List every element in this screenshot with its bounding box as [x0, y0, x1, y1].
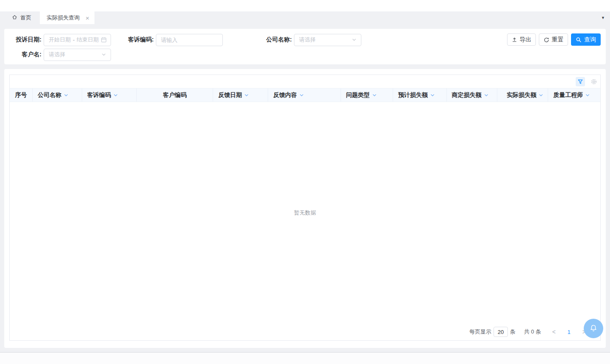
reset-button[interactable]: 重置	[539, 33, 568, 46]
per-page-input[interactable]	[494, 327, 508, 337]
close-tab-icon[interactable]: ×	[86, 15, 89, 21]
tabbar-dropdown-caret-icon[interactable]: ▼	[601, 16, 605, 20]
tab-bar: 首页 实际损失查询 ×	[0, 11, 610, 24]
column-header-feedback-date[interactable]: 反馈日期	[213, 88, 268, 102]
reset-button-label: 重置	[552, 36, 564, 44]
complaint-code-label: 客诉编码:	[116, 36, 154, 44]
query-button[interactable]: 查询	[571, 33, 601, 46]
tab-active-label: 实际损失查询	[47, 14, 80, 22]
sort-chevron-icon	[64, 93, 69, 98]
refresh-icon	[543, 37, 549, 43]
customer-name-label: 客户名:	[13, 51, 42, 58]
sort-chevron-icon	[244, 93, 249, 98]
table-header-row: 序号 公司名称 客诉编码 客户编码 反馈日期 反馈内容 问题类型 预计损失额 商…	[10, 88, 600, 102]
end-date-placeholder: 结束日期	[77, 36, 99, 44]
column-header-quality-engineer[interactable]: 质量工程师	[548, 88, 600, 102]
column-header-company-name[interactable]: 公司名称	[33, 88, 82, 102]
settings-gear-icon[interactable]	[590, 78, 598, 85]
query-button-label: 查询	[584, 36, 596, 44]
sort-chevron-icon	[538, 93, 543, 98]
column-header-customer-code: 客户编码	[137, 88, 214, 102]
export-button-label: 导出	[520, 36, 532, 44]
company-name-select[interactable]: 请选择	[294, 34, 361, 46]
sort-chevron-icon	[113, 93, 118, 98]
filter-customer-name: 客户名: 请选择	[13, 49, 111, 61]
complaint-date-range-input[interactable]: 开始日期 - 结束日期	[44, 34, 111, 46]
company-name-label: 公司名称:	[254, 36, 292, 44]
empty-state: 暂无数据	[10, 102, 600, 323]
pagination: 每页显示 条 共 0 条 < 1 >	[10, 323, 600, 340]
export-icon	[512, 37, 517, 42]
complaint-code-input[interactable]	[156, 34, 223, 46]
tab-actual-loss-query[interactable]: 实际损失查询 ×	[40, 11, 94, 24]
column-header-index: 序号	[10, 88, 33, 102]
column-header-feedback-content[interactable]: 反馈内容	[268, 88, 341, 102]
export-button[interactable]: 导出	[507, 33, 536, 46]
per-page-prefix: 每页显示	[469, 328, 491, 336]
filter-company-name: 公司名称: 请选择	[254, 34, 361, 46]
start-date-placeholder: 开始日期	[49, 36, 71, 44]
complaint-date-label: 投诉日期:	[13, 36, 42, 44]
column-header-problem-type[interactable]: 问题类型	[341, 88, 393, 102]
column-header-actual-loss[interactable]: 实际损失额	[497, 88, 548, 102]
date-range-separator: -	[73, 37, 75, 43]
chevron-down-icon	[352, 37, 357, 42]
tab-home[interactable]: 首页	[0, 11, 40, 24]
bell-icon	[589, 324, 598, 333]
filter-complaint-code: 客诉编码:	[116, 34, 223, 46]
column-header-agreed-loss[interactable]: 商定损失额	[447, 88, 498, 102]
filter-funnel-icon[interactable]	[576, 77, 585, 86]
table-container: 序号 公司名称 客诉编码 客户编码 反馈日期 反馈内容 问题类型 预计损失额 商…	[9, 74, 601, 341]
filter-row-2: 客户名: 请选择	[13, 48, 111, 61]
column-header-estimated-loss[interactable]: 预计损失额	[393, 88, 447, 102]
tab-home-label: 首页	[20, 14, 31, 22]
notification-bell-button[interactable]	[584, 319, 603, 338]
filter-complaint-date: 投诉日期: 开始日期 - 结束日期	[13, 34, 111, 46]
sort-chevron-icon	[372, 93, 377, 98]
customer-name-select[interactable]: 请选择	[44, 49, 111, 61]
customer-name-placeholder: 请选择	[49, 51, 65, 58]
search-icon	[576, 37, 582, 43]
table-toolbar	[10, 75, 600, 88]
chevron-down-icon	[101, 52, 106, 57]
filter-panel: 投诉日期: 开始日期 - 结束日期 客诉编码: 公司名称: 请选择	[4, 29, 606, 64]
total-count: 共 0 条	[524, 328, 541, 336]
sort-chevron-icon	[484, 93, 489, 98]
bottom-strip	[0, 352, 610, 364]
calendar-icon	[101, 37, 107, 43]
sort-chevron-icon	[430, 93, 435, 98]
home-icon	[12, 14, 17, 21]
filter-actions: 导出 重置 查询	[507, 33, 601, 46]
prev-page-icon[interactable]: <	[552, 328, 555, 335]
sort-chevron-icon	[299, 93, 304, 98]
current-page-number[interactable]: 1	[568, 329, 571, 335]
filter-row-1: 投诉日期: 开始日期 - 结束日期 客诉编码: 公司名称: 请选择	[13, 33, 361, 46]
table-panel: 序号 公司名称 客诉编码 客户编码 反馈日期 反馈内容 问题类型 预计损失额 商…	[4, 69, 606, 348]
sort-chevron-icon	[585, 93, 590, 98]
column-header-complaint-code[interactable]: 客诉编码	[82, 88, 137, 102]
company-name-placeholder: 请选择	[299, 36, 316, 44]
empty-state-text: 暂无数据	[294, 209, 316, 217]
per-page-suffix: 条	[510, 328, 516, 336]
